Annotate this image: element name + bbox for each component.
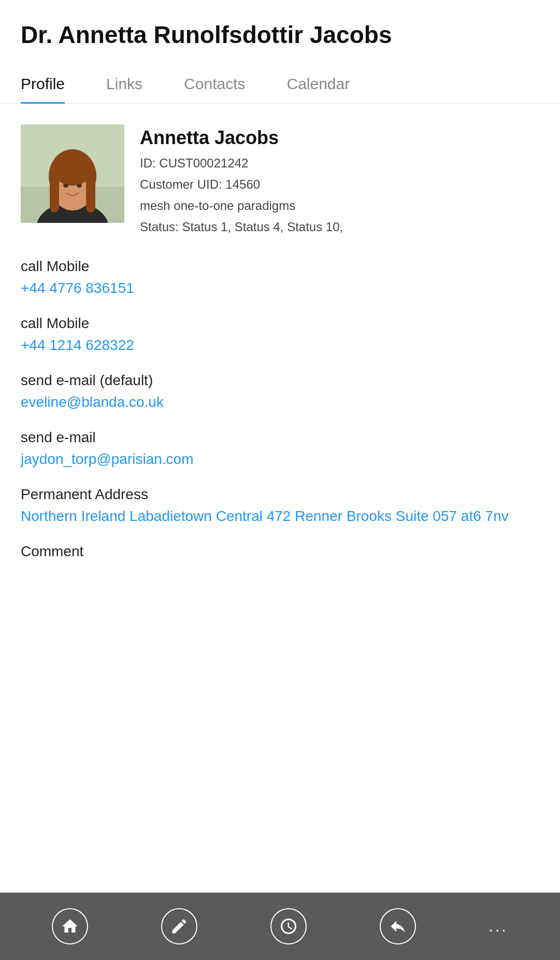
profile-details: Annetta Jacobs ID: CUST00021242 Customer… <box>140 124 539 237</box>
contact-mobile-2-value[interactable]: +44 1214 628322 <box>21 337 134 353</box>
clock-icon <box>279 917 298 936</box>
export-nav-button[interactable] <box>380 908 416 944</box>
tabs-container: Profile Links Contacts Calendar <box>0 65 560 104</box>
tab-contacts[interactable]: Contacts <box>184 65 245 103</box>
profile-info-row: Annetta Jacobs ID: CUST00021242 Customer… <box>21 124 539 237</box>
svg-point-9 <box>53 154 92 186</box>
svg-rect-8 <box>86 176 95 213</box>
contact-email-default-value[interactable]: eveline@blanda.co.uk <box>21 394 164 410</box>
home-icon <box>61 917 79 936</box>
contact-mobile-1: call Mobile +44 4776 836151 <box>21 258 539 297</box>
profile-name: Annetta Jacobs <box>140 127 539 149</box>
contact-email-default-label: send e-mail (default) <box>21 372 539 389</box>
page-title: Dr. Annetta Runolfsdottir Jacobs <box>21 21 539 49</box>
comment-label: Comment <box>21 543 539 560</box>
edit-icon <box>170 917 189 936</box>
svg-point-10 <box>63 183 68 188</box>
contact-email-secondary-value[interactable]: jaydon_torp@parisian.com <box>21 451 193 467</box>
page-header: Dr. Annetta Runolfsdottir Jacobs <box>0 0 560 60</box>
tab-links[interactable]: Links <box>106 65 142 103</box>
comment-section: Comment <box>21 543 539 560</box>
avatar <box>21 124 124 223</box>
clock-nav-button[interactable] <box>270 908 307 944</box>
contact-mobile-2: call Mobile +44 1214 628322 <box>21 315 539 354</box>
profile-content: Annetta Jacobs ID: CUST00021242 Customer… <box>0 104 560 581</box>
svg-point-11 <box>77 183 82 188</box>
home-nav-button[interactable] <box>52 908 88 944</box>
contact-mobile-2-label: call Mobile <box>21 315 539 332</box>
bottom-nav: ... <box>0 893 560 960</box>
contact-address: Permanent Address Northern Ireland Labad… <box>21 486 539 525</box>
svg-rect-7 <box>50 176 59 213</box>
tab-calendar[interactable]: Calendar <box>286 65 350 103</box>
contact-email-secondary: send e-mail jaydon_torp@parisian.com <box>21 429 539 468</box>
profile-customer-uid: Customer UID: 14560 <box>140 174 539 195</box>
contact-email-default: send e-mail (default) eveline@blanda.co.… <box>21 372 539 411</box>
contact-address-label: Permanent Address <box>21 486 539 503</box>
contact-address-value[interactable]: Northern Ireland Labadietown Central 472… <box>21 508 509 524</box>
contact-email-secondary-label: send e-mail <box>21 429 539 446</box>
tab-profile[interactable]: Profile <box>21 65 65 103</box>
profile-id: ID: CUST00021242 <box>140 153 539 174</box>
contact-mobile-1-label: call Mobile <box>21 258 539 275</box>
contact-mobile-1-value[interactable]: +44 4776 836151 <box>21 280 134 296</box>
more-nav-button[interactable]: ... <box>489 917 508 935</box>
export-icon <box>389 917 407 936</box>
profile-status: Status: Status 1, Status 4, Status 10, <box>140 217 539 238</box>
profile-description: mesh one-to-one paradigms <box>140 195 539 217</box>
edit-nav-button[interactable] <box>161 908 197 944</box>
